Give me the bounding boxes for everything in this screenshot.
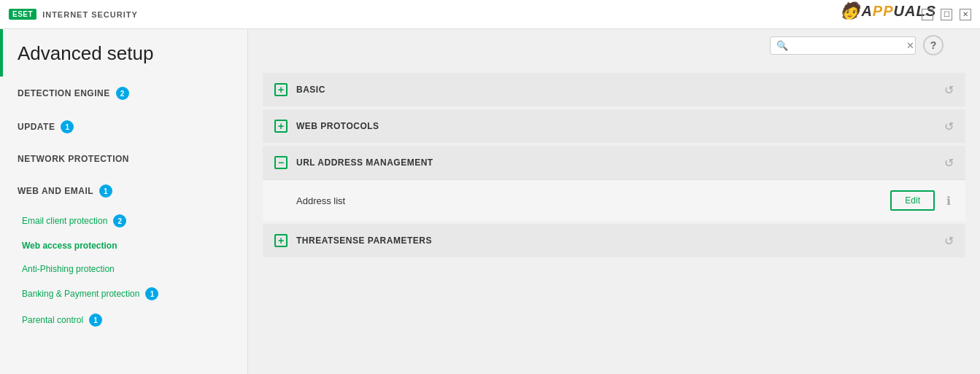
title-bar: ESET INTERNET SECURITY 🧑 APPUALS — ☐ ✕ (0, 0, 980, 29)
section-web-protocols-toggle[interactable]: + (274, 120, 288, 133)
section-basic-header[interactable]: + BASIC ↺ (263, 73, 965, 106)
network-protection-label: NETWORK PROTECTION (18, 154, 129, 164)
parental-control-badge: 1 (89, 313, 102, 327)
sidebar-item-email-client-protection[interactable]: Email client protection 2 (0, 208, 247, 234)
maximize-button[interactable]: ☐ (941, 9, 952, 20)
detection-engine-badge: 2 (116, 87, 129, 100)
parental-control-label: Parental control (22, 315, 83, 325)
update-label: UPDATE (18, 122, 55, 132)
sidebar-item-banking-payment[interactable]: Banking & Payment protection 1 (0, 281, 247, 307)
email-client-badge: 2 (113, 214, 126, 227)
detection-engine-label: DETECTION ENGINE (18, 88, 110, 98)
anti-phishing-label: Anti-Phishing protection (22, 264, 115, 274)
address-list-label: Address list (296, 195, 890, 206)
sidebar-item-detection-engine[interactable]: DETECTION ENGINE 2 (0, 77, 247, 110)
section-web-protocols-header[interactable]: + WEB PROTOCOLS ↺ (263, 109, 965, 143)
section-threatsense-label: THREATSENSE PARAMETERS (296, 235, 432, 246)
search-input[interactable] (792, 40, 902, 50)
web-access-label: Web access protection (22, 241, 117, 251)
email-client-label: Email client protection (22, 216, 107, 226)
top-toolbar: 🔍 ✕ ? (770, 35, 944, 55)
close-button[interactable]: ✕ (960, 9, 971, 20)
web-and-email-badge: 1 (99, 184, 112, 198)
section-basic-reset-icon[interactable]: ↺ (944, 83, 954, 97)
eset-badge: ESET (9, 9, 36, 20)
window-controls: — ☐ ✕ (922, 9, 971, 20)
sidebar-item-network-protection[interactable]: NETWORK PROTECTION (0, 144, 247, 174)
section-basic-label: BASIC (296, 85, 325, 95)
app-container: Advanced setup DETECTION ENGINE 2 UPDATE… (0, 29, 980, 374)
section-threatsense-reset-icon[interactable]: ↺ (944, 234, 954, 248)
sidebar-item-parental-control[interactable]: Parental control 1 (0, 307, 247, 333)
sections-container: + BASIC ↺ + WEB PROTOCOLS ↺ − URL ADDRES… (248, 66, 980, 268)
section-threatsense-header[interactable]: + THREATSENSE PARAMETERS ↺ (263, 224, 965, 257)
address-list-row: Address list Edit ℹ (263, 179, 965, 221)
section-url-address-toggle[interactable]: − (274, 156, 288, 169)
help-button[interactable]: ? (923, 35, 944, 55)
section-threatsense: + THREATSENSE PARAMETERS ↺ (263, 224, 965, 257)
section-url-address-header[interactable]: − URL ADDRESS MANAGEMENT ↺ (263, 146, 965, 179)
sidebar-item-web-and-email[interactable]: WEB AND EMAIL 1 (0, 174, 247, 208)
search-clear-icon[interactable]: ✕ (906, 40, 914, 51)
update-badge: 1 (61, 120, 74, 133)
section-url-address-label: URL ADDRESS MANAGEMENT (296, 157, 433, 168)
appuals-icon: 🧑 (840, 1, 860, 20)
banking-badge: 1 (145, 287, 158, 300)
section-web-protocols: + WEB PROTOCOLS ↺ (263, 109, 965, 143)
section-web-protocols-reset-icon[interactable]: ↺ (944, 120, 954, 133)
web-and-email-label: WEB AND EMAIL (18, 186, 93, 196)
sidebar-item-update[interactable]: UPDATE 1 (0, 110, 247, 144)
edit-button[interactable]: Edit (890, 190, 935, 211)
section-url-address-content: Address list Edit ℹ (263, 179, 965, 221)
page-title: Advanced setup (0, 29, 247, 77)
section-web-protocols-label: WEB PROTOCOLS (296, 121, 379, 131)
sidebar-item-web-access-protection[interactable]: Web access protection (0, 234, 247, 257)
section-url-address-reset-icon[interactable]: ↺ (944, 156, 954, 170)
eset-logo: ESET INTERNET SECURITY (9, 9, 138, 20)
section-url-address: − URL ADDRESS MANAGEMENT ↺ Address list … (263, 146, 965, 221)
search-box: 🔍 ✕ (770, 36, 916, 55)
banking-label: Banking & Payment protection (22, 289, 139, 299)
sidebar: Advanced setup DETECTION ENGINE 2 UPDATE… (0, 29, 248, 374)
sidebar-item-anti-phishing[interactable]: Anti-Phishing protection (0, 257, 247, 281)
minimize-button[interactable]: — (922, 9, 933, 20)
section-threatsense-toggle[interactable]: + (274, 234, 288, 247)
section-basic-toggle[interactable]: + (274, 83, 288, 96)
search-icon: 🔍 (776, 40, 788, 51)
info-icon[interactable]: ℹ (946, 194, 951, 208)
app-title: INTERNET SECURITY (42, 10, 138, 19)
main-content: 🔍 ✕ ? + BASIC ↺ + WEB PROTOCOLS (248, 29, 980, 374)
section-basic: + BASIC ↺ (263, 73, 965, 106)
